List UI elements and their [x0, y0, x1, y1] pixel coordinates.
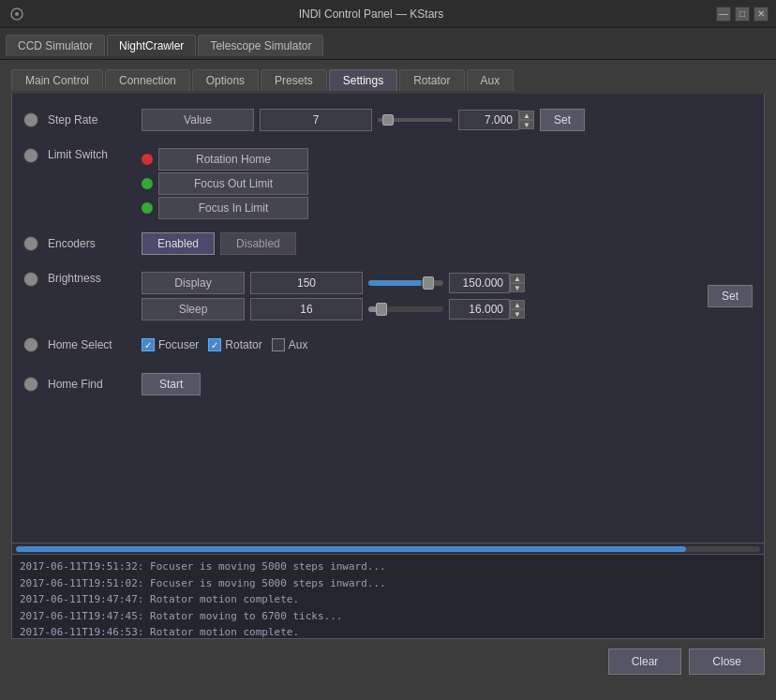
brightness-sleep-label: Sleep	[142, 298, 245, 320]
limit-rotation-home-row: Rotation Home	[142, 148, 308, 171]
aux-checkbox[interactable]	[272, 338, 285, 351]
tab-connection[interactable]: Connection	[105, 69, 190, 91]
panel-tab-bar: Main Control Connection Options Presets …	[0, 60, 776, 94]
limit-focus-out-row: Focus Out Limit	[142, 172, 308, 195]
tab-telescope-simulator[interactable]: Telescope Simulator	[198, 35, 323, 56]
limit-switch-buttons: Rotation Home Focus Out Limit Focus In L…	[142, 148, 308, 219]
horizontal-scrollbar[interactable]	[11, 544, 765, 555]
encoders-indicator	[23, 236, 38, 251]
limit-switch-row: Limit Switch Rotation Home Focus Out Lim…	[23, 144, 753, 219]
maximize-button[interactable]: □	[735, 7, 750, 22]
tab-aux[interactable]: Aux	[467, 69, 515, 91]
home-select-rotator[interactable]: ✓ Rotator	[208, 338, 261, 351]
bottom-bar: Clear Close	[0, 639, 776, 684]
log-entry-3: 2017-06-11T19:47:45: Rotator moving to 6…	[20, 608, 756, 625]
brightness-display-spin-up[interactable]: ▲	[510, 274, 525, 283]
rotator-checkbox[interactable]: ✓	[208, 338, 221, 351]
step-rate-indicator	[23, 112, 38, 127]
svg-point-1	[15, 12, 19, 16]
brightness-indicator	[23, 272, 38, 287]
window-title: INDI Control Panel — KStars	[26, 7, 716, 21]
step-rate-spin-input[interactable]	[458, 110, 519, 130]
home-find-start-button[interactable]: Start	[142, 373, 201, 395]
tab-presets[interactable]: Presets	[261, 69, 327, 91]
focus-out-button[interactable]: Focus Out Limit	[158, 172, 308, 195]
brightness-sleep-slider[interactable]	[368, 306, 443, 312]
encoders-enabled-button[interactable]: Enabled	[142, 232, 215, 255]
focus-out-indicator	[142, 178, 153, 189]
hscroll-track	[16, 546, 760, 552]
close-button[interactable]: ✕	[754, 7, 769, 22]
log-entry-2: 2017-06-11T19:47:47: Rotator motion comp…	[20, 591, 756, 608]
tab-nightcrawler[interactable]: NightCrawler	[107, 35, 196, 56]
tab-rotator[interactable]: Rotator	[399, 69, 464, 91]
tab-ccd-simulator[interactable]: CCD Simulator	[6, 35, 105, 56]
clear-button[interactable]: Clear	[608, 648, 682, 675]
home-find-row: Home Find Start	[23, 369, 753, 399]
minimize-button[interactable]: —	[716, 7, 731, 22]
titlebar: INDI Control Panel — KStars — □ ✕	[0, 0, 776, 28]
log-entry-1: 2017-06-11T19:51:02: Focuser is moving 5…	[20, 575, 756, 592]
home-find-label: Home Find	[48, 378, 142, 391]
home-find-controls: Start	[142, 373, 753, 395]
app-icon	[7, 5, 26, 23]
encoders-label: Encoders	[48, 237, 142, 250]
brightness-controls: Display ▲ ▼ Sleep	[142, 272, 702, 320]
close-button-bottom[interactable]: Close	[689, 648, 765, 675]
brightness-display-slider-thumb	[423, 276, 434, 290]
limit-focus-in-row: Focus In Limit	[142, 197, 308, 219]
rotation-home-indicator	[142, 154, 153, 165]
home-select-row: Home Select ✓ Focuser ✓ Rotator Aux	[23, 330, 753, 360]
step-rate-input[interactable]	[260, 109, 372, 131]
brightness-display-spin: ▲ ▼	[449, 273, 525, 293]
brightness-display-spin-down[interactable]: ▼	[510, 283, 525, 292]
brightness-sleep-spin-buttons: ▲ ▼	[510, 300, 525, 319]
step-rate-label: Step Rate	[48, 113, 142, 127]
brightness-sleep-slider-thumb	[376, 303, 387, 316]
step-rate-spin-up[interactable]: ▲	[519, 111, 534, 120]
focus-in-button[interactable]: Focus In Limit	[158, 197, 308, 219]
home-find-indicator	[23, 377, 38, 392]
rotation-home-button[interactable]: Rotation Home	[158, 148, 308, 171]
brightness-display-row: Display ▲ ▼	[142, 272, 525, 294]
home-select-controls: ✓ Focuser ✓ Rotator Aux	[142, 338, 753, 351]
step-rate-slider-thumb	[382, 114, 394, 126]
brightness-display-input[interactable]	[250, 272, 363, 294]
step-rate-spin-down[interactable]: ▼	[519, 120, 534, 129]
tab-options[interactable]: Options	[192, 69, 259, 91]
tab-settings[interactable]: Settings	[329, 69, 397, 91]
brightness-sleep-spin-down[interactable]: ▼	[510, 309, 525, 319]
brightness-set-button[interactable]: Set	[708, 285, 753, 307]
rotator-label: Rotator	[225, 338, 261, 351]
step-rate-value-label: Value	[142, 109, 254, 131]
main-content-area: Step Rate Value ▲ ▼ Set Limit Switch	[11, 94, 765, 544]
brightness-display-slider[interactable]	[368, 280, 443, 286]
home-select-label: Home Select	[48, 338, 142, 351]
home-select-aux[interactable]: Aux	[272, 338, 308, 351]
encoders-disabled-button[interactable]: Disabled	[220, 232, 296, 255]
step-rate-spin: ▲ ▼	[458, 110, 534, 130]
encoders-row: Encoders Enabled Disabled	[23, 229, 753, 259]
step-rate-row: Step Rate Value ▲ ▼ Set	[23, 105, 753, 135]
step-rate-slider[interactable]	[378, 118, 453, 122]
aux-label: Aux	[289, 338, 308, 351]
brightness-display-label: Display	[142, 272, 245, 294]
window-controls: — □ ✕	[716, 7, 769, 22]
limit-switch-label: Limit Switch	[48, 148, 142, 161]
step-rate-controls: Value ▲ ▼ Set	[142, 109, 753, 131]
log-entry-0: 2017-06-11T19:51:32: Focuser is moving 5…	[20, 559, 756, 575]
brightness-sleep-spin-up[interactable]: ▲	[510, 300, 525, 309]
brightness-sleep-spin: ▲ ▼	[449, 299, 525, 320]
home-select-focuser[interactable]: ✓ Focuser	[142, 338, 199, 351]
log-area: 2017-06-11T19:51:32: Focuser is moving 5…	[11, 555, 765, 639]
brightness-sleep-input[interactable]	[250, 298, 363, 320]
tab-main-control[interactable]: Main Control	[11, 69, 103, 91]
brightness-display-spin-input[interactable]	[449, 273, 510, 293]
brightness-sleep-spin-input[interactable]	[449, 299, 510, 320]
home-select-indicator	[23, 337, 38, 352]
step-rate-set-button[interactable]: Set	[540, 109, 585, 131]
encoders-controls: Enabled Disabled	[142, 232, 753, 255]
home-select-checkbox-group: ✓ Focuser ✓ Rotator Aux	[142, 338, 307, 351]
brightness-display-spin-buttons: ▲ ▼	[510, 274, 525, 292]
focuser-checkbox[interactable]: ✓	[142, 338, 155, 351]
